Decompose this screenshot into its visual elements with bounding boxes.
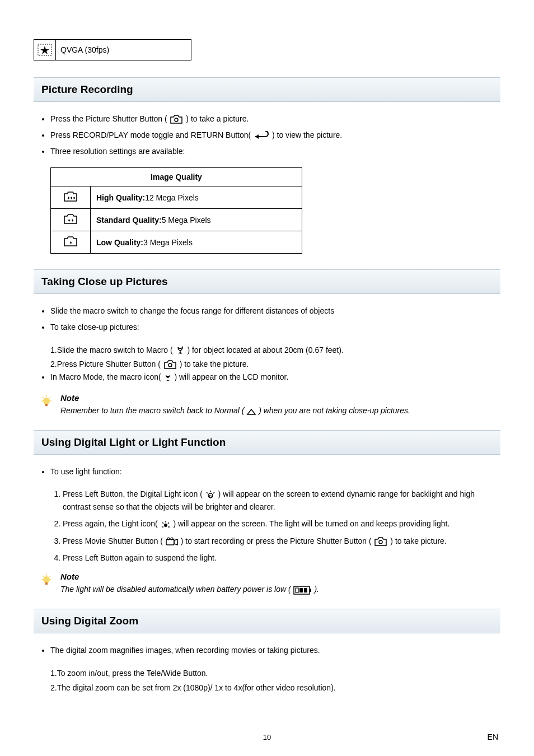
table-row: Standard Quality:5 Mega Pixels <box>91 209 302 231</box>
tulip-solid-icon <box>163 374 172 382</box>
note-title: Note <box>60 572 500 581</box>
svg-point-34 <box>379 540 382 544</box>
svg-marker-5 <box>71 197 72 199</box>
zoom-list: The digital zoom magnifies images, when … <box>34 645 500 656</box>
note-bulb-icon <box>39 393 56 417</box>
svg-point-11 <box>43 398 50 404</box>
closeup-step1: 1.Slide the macro switch to Macro ( ) fo… <box>50 343 500 357</box>
svg-marker-18 <box>247 409 255 414</box>
svg-rect-36 <box>45 582 48 585</box>
list-item: Press again, the Light icon( ) will appe… <box>63 517 500 530</box>
svg-marker-4 <box>68 197 69 199</box>
digital-light-icon: D <box>205 490 216 500</box>
svg-marker-1 <box>40 46 49 54</box>
list-item: Slide the macro switch to change the foc… <box>50 305 500 317</box>
closeup-list2: In Macro Mode, the macro icon( ) will ap… <box>34 371 500 383</box>
closeup-note: Note Remember to turn the macro switch b… <box>39 393 500 417</box>
table-header: Image Quality <box>51 168 302 186</box>
battery-low-icon <box>293 585 312 595</box>
svg-rect-43 <box>310 589 311 592</box>
list-item: The digital zoom magnifies images, when … <box>50 645 500 656</box>
list-item: Three resolution settings are available: <box>50 146 500 157</box>
table-row: High Quality:12 Mega Pixels <box>91 186 302 209</box>
note-text: Remember to turn the macro switch back t… <box>60 405 500 417</box>
note-text: The light will be disabled automatically… <box>60 584 500 595</box>
page-number: 10 <box>263 733 271 741</box>
zoom-step1: 1.To zoom in/out, press the Tele/Wide Bu… <box>50 666 500 680</box>
section-closeup: Taking Close up Pictures <box>34 269 500 294</box>
svg-rect-30 <box>166 539 174 545</box>
svg-rect-44 <box>296 588 298 592</box>
svg-line-40 <box>43 576 44 577</box>
svg-line-27 <box>168 522 169 524</box>
svg-marker-3 <box>255 134 259 139</box>
note-bulb-icon <box>39 572 56 595</box>
image-quality-table: Image Quality High Quality:12 Mega Pixel… <box>50 167 302 254</box>
svg-line-41 <box>49 576 50 577</box>
svg-line-16 <box>43 397 44 398</box>
tulip-icon <box>175 346 185 356</box>
svg-line-17 <box>49 397 50 398</box>
list-item: Press Movie Shutter Button ( ) to start … <box>63 535 500 547</box>
camera-icon <box>163 360 177 370</box>
section-zoom: Using Digital Zoom <box>34 609 500 633</box>
table-row: Low Quality:3 Mega Pixels <box>91 231 302 254</box>
standard-quality-icon <box>51 209 91 231</box>
svg-rect-46 <box>304 588 307 592</box>
mountain-icon <box>246 408 256 416</box>
closeup-list: Slide the macro switch to change the foc… <box>34 305 500 333</box>
movie-shutter-icon <box>165 537 179 546</box>
qvga-star-icon <box>34 40 56 60</box>
list-item: Press the Picture Shutter Button ( ) to … <box>50 113 500 125</box>
qvga-row: QVGA (30fps) <box>34 39 191 60</box>
light-steps: Press Left Button, the Digital Light ico… <box>50 488 500 564</box>
picture-recording-list: Press the Picture Shutter Button ( ) to … <box>34 113 500 157</box>
svg-rect-12 <box>45 404 48 406</box>
list-item: To use light function: <box>50 466 500 478</box>
svg-line-22 <box>207 492 208 493</box>
note-title: Note <box>60 393 500 403</box>
camera-icon <box>373 536 388 547</box>
svg-line-26 <box>162 522 163 524</box>
light-list: To use light function: <box>34 466 500 478</box>
low-quality-icon <box>51 231 91 254</box>
section-picture-recording: Picture Recording <box>34 77 500 102</box>
section-light: Using Digital Light or Light Function <box>34 430 500 455</box>
svg-marker-6 <box>73 197 75 199</box>
closeup-step2: 2.Press Picture Shutter Button ( ) to ta… <box>50 357 500 371</box>
lang-label: EN <box>488 732 498 741</box>
list-item: Press RECORD/PLAY mode toggle and RETURN… <box>50 129 500 141</box>
svg-marker-33 <box>174 539 177 545</box>
svg-point-32 <box>171 538 173 540</box>
svg-point-24 <box>164 524 167 527</box>
svg-line-23 <box>213 492 214 493</box>
svg-point-35 <box>43 576 50 583</box>
list-item: Press Left Button, the Digital Light ico… <box>63 488 500 513</box>
list-item: To take close-up pictures: <box>50 321 500 333</box>
svg-text:D: D <box>209 494 212 498</box>
svg-point-31 <box>167 538 170 540</box>
camera-icon <box>169 114 184 124</box>
high-quality-icon <box>51 186 91 209</box>
list-item: In Macro Mode, the macro icon( ) will ap… <box>50 371 500 383</box>
zoom-step2: 2.The digital zoom can be set from 2x (1… <box>50 681 500 695</box>
svg-point-2 <box>175 118 178 122</box>
return-icon <box>253 131 270 140</box>
svg-point-10 <box>168 363 172 367</box>
list-item: Press Left Button again to suspend the l… <box>63 552 500 564</box>
light-icon <box>160 520 171 529</box>
svg-rect-45 <box>299 588 303 592</box>
light-note: Note The light will be disabled automati… <box>39 572 500 595</box>
svg-marker-8 <box>72 219 73 222</box>
qvga-label: QVGA (30fps) <box>56 45 109 54</box>
svg-marker-7 <box>68 219 70 222</box>
svg-marker-9 <box>70 241 72 244</box>
